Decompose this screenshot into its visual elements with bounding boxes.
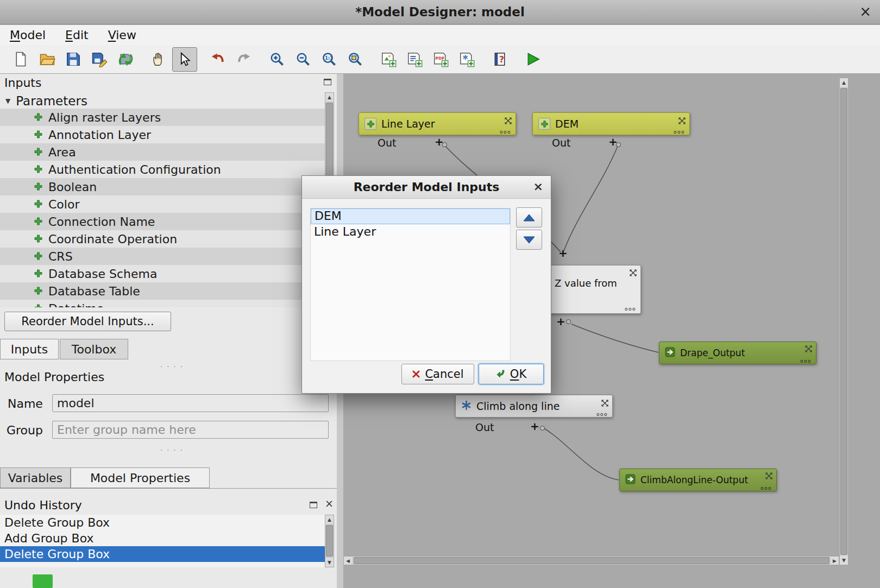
tree-item-annotation-layer[interactable]: Annotation Layer: [0, 126, 325, 143]
tree-item-database-schema[interactable]: Database Schema: [0, 265, 325, 282]
menu-view[interactable]: View: [98, 27, 146, 43]
node-collapse-icon[interactable]: [601, 397, 609, 409]
ok-button[interactable]: OK: [479, 364, 544, 384]
undo-scroll-down-icon[interactable]: ▼: [325, 558, 334, 567]
tree-item-align-raster-layers[interactable]: Align raster Layers: [0, 109, 325, 126]
undo-history-float-icon[interactable]: [310, 502, 317, 508]
export-pdf-icon: PDF: [432, 51, 449, 67]
cancel-button[interactable]: Cancel: [401, 364, 474, 384]
z-node-connector-dot[interactable]: [566, 319, 571, 324]
canvas-scroll-right-icon[interactable]: ▶: [831, 557, 839, 565]
tree-item-crs[interactable]: CRS: [0, 248, 325, 265]
node-collapse-icon[interactable]: [765, 471, 773, 482]
select-tool-button[interactable]: [172, 47, 197, 72]
zoom-out-button[interactable]: [291, 47, 316, 72]
undo-scrollbar-thumb[interactable]: [326, 525, 333, 557]
canvas-scroll-up-icon[interactable]: ▲: [840, 78, 848, 87]
move-down-button[interactable]: [516, 230, 542, 250]
dock-splitter-handle[interactable]: · · · ·: [160, 363, 184, 371]
tree-root-parameters[interactable]: ▼ Parameters: [0, 93, 325, 109]
save-model-in-project-button[interactable]: [113, 47, 138, 72]
export-as-pdf-button[interactable]: PDF: [428, 47, 453, 72]
dialog-input-list[interactable]: DEM Line Layer: [310, 208, 511, 361]
tree-item-authentication-configuration[interactable]: Authentication Configuration: [0, 161, 325, 178]
climb-out-socket[interactable]: Out: [475, 421, 494, 433]
climb-connector-dot[interactable]: [540, 426, 545, 431]
canvas-vertical-scrollbar[interactable]: ▲ ▼: [839, 78, 848, 565]
tab-variables[interactable]: Variables: [0, 467, 71, 488]
save-model-as-button[interactable]: [87, 47, 112, 72]
dialog-title: Reorder Model Inputs: [354, 180, 500, 194]
canvas-scroll-down-icon[interactable]: ▼: [840, 556, 848, 565]
dem-connector-dot[interactable]: [616, 142, 621, 147]
dialog-titlebar[interactable]: Reorder Model Inputs ×: [302, 176, 551, 199]
node-climbalongline-output[interactable]: ClimbAlongLine-Output ooo: [619, 469, 777, 491]
tab-model-properties[interactable]: Model Properties: [71, 467, 210, 488]
dialog-list-item-dem[interactable]: DEM: [311, 208, 510, 224]
tab-toolbox[interactable]: Toolbox: [60, 339, 128, 359]
svg-text:?: ?: [499, 54, 504, 65]
new-model-button[interactable]: [9, 47, 34, 72]
line-layer-connector-dot[interactable]: [442, 142, 447, 147]
dialog-list-item-line-layer[interactable]: Line Layer: [311, 224, 510, 240]
node-collapse-icon[interactable]: [629, 268, 637, 279]
zoom-in-button[interactable]: [265, 47, 290, 72]
undo-item-selected[interactable]: Delete Group Box: [0, 546, 325, 562]
menu-model[interactable]: Model: [0, 27, 55, 43]
node-climb-along-line[interactable]: Climb along line ooo: [455, 395, 613, 418]
node-collapse-icon[interactable]: [504, 115, 512, 127]
undo-item[interactable]: Add Group Box: [0, 530, 325, 546]
window-titlebar[interactable]: *Model Designer: model ×: [0, 0, 880, 24]
tree-item-connection-name[interactable]: Connection Name: [0, 213, 325, 230]
window-close-button[interactable]: ×: [859, 3, 871, 20]
export-as-image-button[interactable]: [376, 47, 401, 72]
zoom-actual-button[interactable]: 1:1: [317, 47, 342, 72]
pan-tool-button[interactable]: [146, 47, 171, 72]
undo-history-scrollbar[interactable]: ▲ ▼: [325, 515, 334, 567]
z-node-input-plus-socket[interactable]: +: [558, 246, 568, 260]
canvas-scroll-left-icon[interactable]: ◀: [344, 557, 352, 565]
export-as-svg-button[interactable]: [402, 47, 427, 72]
menu-edit[interactable]: Edit: [55, 27, 98, 43]
move-up-button[interactable]: [516, 207, 542, 227]
node-collapse-icon[interactable]: [678, 115, 686, 127]
tree-item-color[interactable]: Color: [0, 195, 325, 213]
tree-item-area[interactable]: Area: [0, 143, 325, 161]
node-drape-output[interactable]: Drape_Output ooo: [659, 342, 816, 364]
undo-button[interactable]: [205, 47, 230, 72]
model-group-input[interactable]: [52, 421, 329, 439]
node-dem[interactable]: DEM ooo: [532, 112, 690, 135]
redo-button[interactable]: [231, 47, 256, 72]
tree-expand-icon[interactable]: ▼: [5, 97, 10, 105]
export-as-script-button[interactable]: *: [454, 47, 479, 72]
tab-inputs[interactable]: Inputs: [0, 339, 59, 359]
tree-scroll-up-icon[interactable]: ▲: [325, 93, 334, 102]
z-node-output-plus-socket[interactable]: +: [556, 315, 565, 328]
node-line-layer[interactable]: Line Layer ooo: [359, 112, 516, 135]
dem-out-socket[interactable]: Out: [552, 137, 570, 149]
canvas-horizontal-scrollbar[interactable]: ◀ ▶: [343, 556, 839, 565]
canvas-hscrollbar-thumb[interactable]: [354, 557, 829, 564]
help-button[interactable]: ?: [487, 47, 512, 72]
dock-splitter-handle[interactable]: · · · ·: [160, 446, 184, 454]
reorder-model-inputs-button[interactable]: Reorder Model Inputs...: [4, 312, 171, 331]
tree-item-database-table[interactable]: Database Table: [0, 282, 325, 300]
canvas-vscrollbar-thumb[interactable]: [840, 88, 847, 555]
dialog-close-button[interactable]: ×: [533, 180, 543, 193]
undo-history-close-icon[interactable]: ×: [325, 497, 334, 509]
open-model-button[interactable]: [35, 47, 60, 72]
node-collapse-icon[interactable]: [804, 344, 813, 355]
model-name-input[interactable]: [52, 394, 329, 412]
tree-item-boolean[interactable]: Boolean: [0, 178, 325, 195]
zoom-full-button[interactable]: [343, 47, 368, 72]
save-model-button[interactable]: [61, 47, 86, 72]
undo-item[interactable]: Delete Group Box: [0, 515, 325, 530]
undo-scroll-up-icon[interactable]: ▲: [325, 515, 334, 524]
line-layer-out-socket[interactable]: Out: [378, 137, 396, 149]
inputs-panel-float-icon[interactable]: [324, 79, 331, 85]
climb-plus-socket[interactable]: +: [530, 420, 539, 433]
run-model-button[interactable]: [520, 47, 545, 72]
tree-item-datetime[interactable]: Datetime: [0, 300, 325, 307]
cancel-x-icon: [412, 370, 420, 378]
tree-item-coordinate-operation[interactable]: Coordinate Operation: [0, 230, 325, 248]
